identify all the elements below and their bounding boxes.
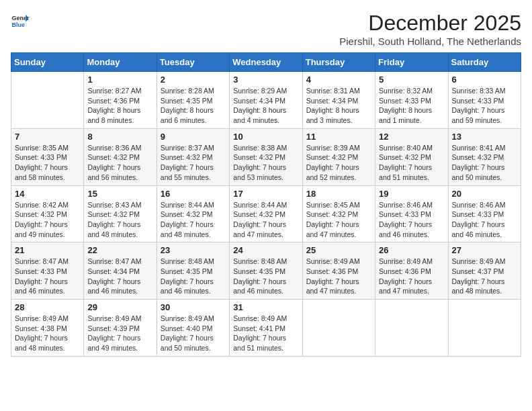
- day-detail: Sunrise: 8:49 AM Sunset: 4:37 PM Dayligh…: [452, 257, 517, 296]
- day-detail: Sunrise: 8:33 AM Sunset: 4:33 PM Dayligh…: [452, 86, 517, 126]
- calendar-cell: 6Sunrise: 8:33 AM Sunset: 4:33 PM Daylig…: [448, 72, 521, 129]
- day-detail: Sunrise: 8:49 AM Sunset: 4:38 PM Dayligh…: [15, 314, 80, 353]
- svg-text:Blue: Blue: [11, 21, 25, 28]
- title-section: December 2025 Piershil, South Holland, T…: [339, 11, 521, 47]
- calendar-cell: 15Sunrise: 8:43 AM Sunset: 4:32 PM Dayli…: [84, 185, 157, 242]
- day-detail: Sunrise: 8:31 AM Sunset: 4:34 PM Dayligh…: [306, 86, 371, 126]
- day-detail: Sunrise: 8:35 AM Sunset: 4:33 PM Dayligh…: [15, 143, 80, 183]
- day-detail: Sunrise: 8:44 AM Sunset: 4:32 PM Dayligh…: [161, 200, 226, 240]
- day-number: 16: [161, 189, 226, 199]
- day-number: 14: [15, 189, 80, 199]
- calendar-cell: 29Sunrise: 8:49 AM Sunset: 4:39 PM Dayli…: [84, 300, 157, 357]
- calendar-cell: [448, 300, 521, 357]
- day-detail: Sunrise: 8:46 AM Sunset: 4:33 PM Dayligh…: [379, 200, 444, 240]
- day-number: 10: [233, 132, 298, 142]
- day-detail: Sunrise: 8:43 AM Sunset: 4:32 PM Dayligh…: [87, 200, 152, 240]
- logo-icon: General Blue: [11, 11, 30, 30]
- weekday-header-thursday: Thursday: [302, 53, 375, 72]
- calendar-cell: 25Sunrise: 8:49 AM Sunset: 4:36 PM Dayli…: [302, 242, 375, 300]
- day-number: 21: [15, 245, 80, 255]
- day-detail: Sunrise: 8:32 AM Sunset: 4:33 PM Dayligh…: [379, 86, 444, 126]
- weekday-header-friday: Friday: [375, 53, 448, 72]
- day-number: 2: [161, 75, 226, 85]
- weekday-header-wednesday: Wednesday: [230, 53, 302, 72]
- day-number: 20: [452, 189, 517, 199]
- week-row-3: 14Sunrise: 8:42 AM Sunset: 4:32 PM Dayli…: [11, 185, 521, 242]
- day-number: 11: [306, 132, 371, 142]
- day-number: 29: [87, 302, 152, 312]
- calendar-cell: 19Sunrise: 8:46 AM Sunset: 4:33 PM Dayli…: [375, 185, 448, 242]
- day-detail: Sunrise: 8:40 AM Sunset: 4:32 PM Dayligh…: [379, 143, 444, 183]
- day-number: 24: [233, 245, 298, 255]
- day-detail: Sunrise: 8:42 AM Sunset: 4:32 PM Dayligh…: [15, 200, 80, 240]
- calendar-cell: 13Sunrise: 8:41 AM Sunset: 4:32 PM Dayli…: [448, 128, 521, 185]
- day-number: 31: [233, 302, 298, 312]
- weekday-header-row: SundayMondayTuesdayWednesdayThursdayFrid…: [11, 53, 521, 72]
- day-number: 27: [452, 245, 517, 255]
- calendar-cell: 8Sunrise: 8:36 AM Sunset: 4:32 PM Daylig…: [84, 128, 157, 185]
- calendar-cell: 16Sunrise: 8:44 AM Sunset: 4:32 PM Dayli…: [157, 185, 229, 242]
- calendar-cell: 5Sunrise: 8:32 AM Sunset: 4:33 PM Daylig…: [375, 72, 448, 129]
- day-detail: Sunrise: 8:44 AM Sunset: 4:32 PM Dayligh…: [233, 200, 298, 240]
- weekday-header-monday: Monday: [84, 53, 157, 72]
- calendar-cell: 4Sunrise: 8:31 AM Sunset: 4:34 PM Daylig…: [302, 72, 375, 129]
- week-row-5: 28Sunrise: 8:49 AM Sunset: 4:38 PM Dayli…: [11, 300, 521, 357]
- day-number: 18: [306, 189, 371, 199]
- calendar-cell: 24Sunrise: 8:48 AM Sunset: 4:35 PM Dayli…: [230, 242, 302, 300]
- day-number: 7: [15, 132, 80, 142]
- calendar-cell: 10Sunrise: 8:38 AM Sunset: 4:32 PM Dayli…: [230, 128, 302, 185]
- day-detail: Sunrise: 8:49 AM Sunset: 4:39 PM Dayligh…: [87, 314, 152, 353]
- calendar-cell: 28Sunrise: 8:49 AM Sunset: 4:38 PM Dayli…: [11, 300, 84, 357]
- day-number: 15: [87, 189, 152, 199]
- day-detail: Sunrise: 8:49 AM Sunset: 4:36 PM Dayligh…: [379, 257, 444, 296]
- day-number: 1: [87, 75, 152, 85]
- day-number: 13: [452, 132, 517, 142]
- day-detail: Sunrise: 8:47 AM Sunset: 4:33 PM Dayligh…: [15, 257, 80, 296]
- day-detail: Sunrise: 8:46 AM Sunset: 4:33 PM Dayligh…: [452, 200, 517, 240]
- calendar-cell: 12Sunrise: 8:40 AM Sunset: 4:32 PM Dayli…: [375, 128, 448, 185]
- calendar-cell: 26Sunrise: 8:49 AM Sunset: 4:36 PM Dayli…: [375, 242, 448, 300]
- calendar-cell: 11Sunrise: 8:39 AM Sunset: 4:32 PM Dayli…: [302, 128, 375, 185]
- calendar-cell: 23Sunrise: 8:48 AM Sunset: 4:35 PM Dayli…: [157, 242, 229, 300]
- calendar-cell: 18Sunrise: 8:45 AM Sunset: 4:32 PM Dayli…: [302, 185, 375, 242]
- calendar-cell: 21Sunrise: 8:47 AM Sunset: 4:33 PM Dayli…: [11, 242, 84, 300]
- day-detail: Sunrise: 8:48 AM Sunset: 4:35 PM Dayligh…: [161, 257, 226, 296]
- month-title: December 2025: [339, 11, 521, 36]
- weekday-header-saturday: Saturday: [448, 53, 521, 72]
- calendar-cell: [302, 300, 375, 357]
- calendar-cell: 22Sunrise: 8:47 AM Sunset: 4:34 PM Dayli…: [84, 242, 157, 300]
- day-detail: Sunrise: 8:49 AM Sunset: 4:40 PM Dayligh…: [161, 314, 226, 353]
- day-number: 3: [233, 75, 298, 85]
- day-number: 26: [379, 245, 444, 255]
- day-detail: Sunrise: 8:38 AM Sunset: 4:32 PM Dayligh…: [233, 143, 298, 183]
- day-detail: Sunrise: 8:28 AM Sunset: 4:35 PM Dayligh…: [161, 86, 226, 126]
- calendar-cell: 20Sunrise: 8:46 AM Sunset: 4:33 PM Dayli…: [448, 185, 521, 242]
- weekday-header-sunday: Sunday: [11, 53, 84, 72]
- page-header: General Blue December 2025 Piershil, Sou…: [11, 11, 521, 47]
- day-number: 4: [306, 75, 371, 85]
- day-detail: Sunrise: 8:47 AM Sunset: 4:34 PM Dayligh…: [87, 257, 152, 296]
- day-number: 28: [15, 302, 80, 312]
- day-detail: Sunrise: 8:39 AM Sunset: 4:32 PM Dayligh…: [306, 143, 371, 183]
- day-number: 6: [452, 75, 517, 85]
- day-number: 5: [379, 75, 444, 85]
- calendar-cell: 1Sunrise: 8:27 AM Sunset: 4:36 PM Daylig…: [84, 72, 157, 129]
- calendar-cell: 17Sunrise: 8:44 AM Sunset: 4:32 PM Dayli…: [230, 185, 302, 242]
- day-detail: Sunrise: 8:49 AM Sunset: 4:41 PM Dayligh…: [233, 314, 298, 353]
- day-number: 8: [87, 132, 152, 142]
- day-detail: Sunrise: 8:27 AM Sunset: 4:36 PM Dayligh…: [87, 86, 152, 126]
- week-row-4: 21Sunrise: 8:47 AM Sunset: 4:33 PM Dayli…: [11, 242, 521, 300]
- calendar-cell: 31Sunrise: 8:49 AM Sunset: 4:41 PM Dayli…: [230, 300, 302, 357]
- day-detail: Sunrise: 8:49 AM Sunset: 4:36 PM Dayligh…: [306, 257, 371, 296]
- calendar-cell: 2Sunrise: 8:28 AM Sunset: 4:35 PM Daylig…: [157, 72, 229, 129]
- day-number: 9: [161, 132, 226, 142]
- calendar-cell: [375, 300, 448, 357]
- day-number: 30: [161, 302, 226, 312]
- calendar-cell: [11, 72, 84, 129]
- calendar-table: SundayMondayTuesdayWednesdayThursdayFrid…: [11, 52, 521, 357]
- calendar-cell: 30Sunrise: 8:49 AM Sunset: 4:40 PM Dayli…: [157, 300, 229, 357]
- calendar-cell: 3Sunrise: 8:29 AM Sunset: 4:34 PM Daylig…: [230, 72, 302, 129]
- calendar-cell: 27Sunrise: 8:49 AM Sunset: 4:37 PM Dayli…: [448, 242, 521, 300]
- day-detail: Sunrise: 8:45 AM Sunset: 4:32 PM Dayligh…: [306, 200, 371, 240]
- day-detail: Sunrise: 8:37 AM Sunset: 4:32 PM Dayligh…: [161, 143, 226, 183]
